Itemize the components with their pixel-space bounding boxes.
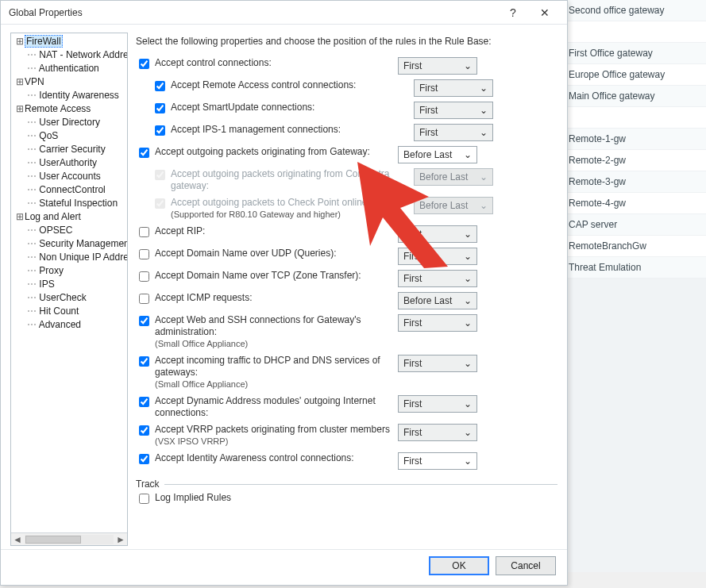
setting-checkbox-input[interactable] [139,59,149,69]
tree-item[interactable]: ⋯ Non Unique IP Address [13,251,127,264]
log-implied-rules-input[interactable] [139,494,149,504]
gateway-list-row[interactable]: Remote-4-gw [561,193,706,214]
tree-item[interactable]: ⋯ Hit Count [13,305,127,318]
setting-checkbox[interactable]: Accept Identity Awareness control connec… [136,452,398,467]
tree-item[interactable]: ⋯ UserAuthority [13,156,127,170]
setting-checkbox-input[interactable] [155,125,165,136]
expand-icon[interactable]: ⊞ [16,35,24,48]
tree-item[interactable]: ⋯ Stateful Inspection [13,197,127,210]
ok-button[interactable]: OK [429,556,489,575]
help-button[interactable]: ? [497,2,529,24]
position-dropdown[interactable]: First⌄ [398,355,477,372]
scroll-track[interactable] [25,535,114,544]
expand-icon[interactable]: ⊞ [16,210,24,224]
tree-item[interactable]: ⋯ Proxy [13,264,127,278]
tree-item[interactable]: ⋯ Security Management... [13,237,127,251]
tree-item[interactable]: ⋯ IPS [13,278,127,291]
setting-checkbox-input[interactable] [139,316,149,326]
tree-item[interactable]: ⋯ OPSEC [13,224,127,237]
help-icon: ? [510,6,516,19]
setting-checkbox[interactable]: Accept VRRP packets originating from clu… [136,424,398,448]
scroll-right-button[interactable]: ► [114,534,127,545]
setting-checkbox-input[interactable] [139,454,149,464]
setting-checkbox[interactable]: Accept IPS-1 management connections: [152,124,414,138]
close-button[interactable]: ✕ [529,2,561,24]
position-dropdown[interactable]: First⌄ [414,79,493,97]
tree-item[interactable]: ⊞Log and Alert [13,210,127,224]
tree-item[interactable]: ⋯ Advanced [13,318,127,332]
setting-checkbox-input[interactable] [139,227,149,237]
setting-checkbox[interactable]: Accept ICMP requests: [136,292,398,306]
setting-checkbox[interactable]: Accept RIP: [136,225,398,240]
setting-checkbox[interactable]: Accept Web and SSH connections for Gatew… [136,314,398,350]
gateway-list-row[interactable]: Remote-1-gw [561,129,706,150]
tree-item[interactable]: ⋯ UserCheck [13,291,127,305]
position-dropdown[interactable]: First⌄ [398,395,477,413]
tree-item[interactable]: ⊞Remote Access [13,102,127,116]
log-implied-rules-checkbox[interactable]: Log Implied Rules [136,492,398,506]
tree-horizontal-scrollbar[interactable]: ◄ ► [11,532,127,545]
setting-checkbox-input[interactable] [139,271,149,282]
setting-checkbox[interactable]: Accept incoming traffic to DHCP and DNS … [136,355,398,390]
setting-checkbox[interactable]: Accept SmartUpdate connections: [152,102,414,116]
scroll-thumb[interactable] [25,536,81,544]
tree-item[interactable]: ⋯ User Directory [13,116,127,129]
gateway-list-row[interactable]: Remote-2-gw [561,150,706,171]
setting-checkbox-input[interactable] [139,249,149,259]
gateway-list-row[interactable]: Main Office gateway [561,86,706,107]
gateway-list-row[interactable] [561,107,706,129]
gateway-list-row[interactable]: Second office gateway [561,0,706,21]
position-dropdown[interactable]: First⌄ [398,270,477,287]
setting-checkbox[interactable]: Accept Dynamic Address modules' outgoing… [136,395,398,419]
setting-checkbox[interactable]: Accept Domain Name over UDP (Queries): [136,248,398,262]
gateway-list-row[interactable]: Europe Office gateway [561,64,706,86]
setting-checkbox-input[interactable] [139,356,149,367]
dropdown-value: First [419,127,476,138]
position-dropdown[interactable]: First⌄ [414,124,493,141]
setting-checkbox-input[interactable] [139,397,149,407]
tree-item-label: Security Management... [39,238,127,249]
tree-connector-icon: ⋯ [27,238,39,249]
tree-item[interactable]: ⋯ User Accounts [13,170,127,183]
tree-item[interactable]: ⋯ Identity Awareness [13,89,127,102]
tree-item[interactable]: ⋯ Carrier Security [13,143,127,156]
setting-checkbox[interactable]: Accept outgoing packets originating from… [136,146,398,160]
tree-item[interactable]: ⋯ Authentication [13,62,127,75]
tree-item[interactable]: ⊞VPN [13,75,127,89]
setting-checkbox[interactable]: Accept control connections: [136,57,398,71]
position-dropdown[interactable]: First⌄ [398,314,477,332]
expand-icon[interactable]: ⊞ [16,102,24,116]
position-dropdown[interactable]: First⌄ [398,248,477,265]
setting-checkbox[interactable]: Accept Remote Access control connections… [152,79,414,94]
setting-checkbox-input[interactable] [139,425,149,436]
gateway-list-row[interactable]: RemoteBranchGw [561,236,706,257]
settings-rows: Accept control connections:First⌄Accept … [136,55,557,472]
position-dropdown[interactable]: Before Last⌄ [398,146,477,163]
setting-checkbox-input[interactable] [139,294,149,304]
tree-item[interactable]: ⋯ ConnectControl [13,183,127,197]
setting-checkbox[interactable]: Accept Domain Name over TCP (Zone Transf… [136,270,398,284]
expand-icon[interactable]: ⊞ [16,75,24,89]
position-dropdown[interactable]: Before Last⌄ [398,292,477,309]
position-dropdown[interactable]: First⌄ [398,57,477,75]
dropdown-value: First [403,60,461,71]
position-dropdown[interactable]: First⌄ [414,102,493,119]
gateway-list-row[interactable]: Remote-3-gw [561,171,706,193]
cancel-button[interactable]: Cancel [496,556,556,575]
properties-tree[interactable]: ⊞FireWall⋯ NAT - Network Address⋯ Authen… [11,33,127,532]
tree-item[interactable]: ⋯ NAT - Network Address [13,48,127,62]
tree-item[interactable]: ⊞FireWall [13,35,127,48]
position-dropdown[interactable]: First⌄ [398,452,477,470]
setting-checkbox-input[interactable] [139,148,149,158]
tree-item-label: QoS [39,130,58,141]
setting-checkbox-input[interactable] [155,81,165,91]
setting-checkbox-input[interactable] [155,103,165,113]
scroll-left-button[interactable]: ◄ [11,534,24,545]
position-dropdown[interactable]: First⌄ [398,225,477,243]
position-dropdown[interactable]: First⌄ [398,424,477,441]
tree-item[interactable]: ⋯ QoS [13,129,127,143]
gateway-list-row[interactable] [561,21,706,43]
gateway-list-row[interactable]: First Office gateway [561,43,706,64]
gateway-list-row[interactable]: CAP server [561,214,706,236]
gateway-list-row[interactable]: Threat Emulation [561,257,706,279]
